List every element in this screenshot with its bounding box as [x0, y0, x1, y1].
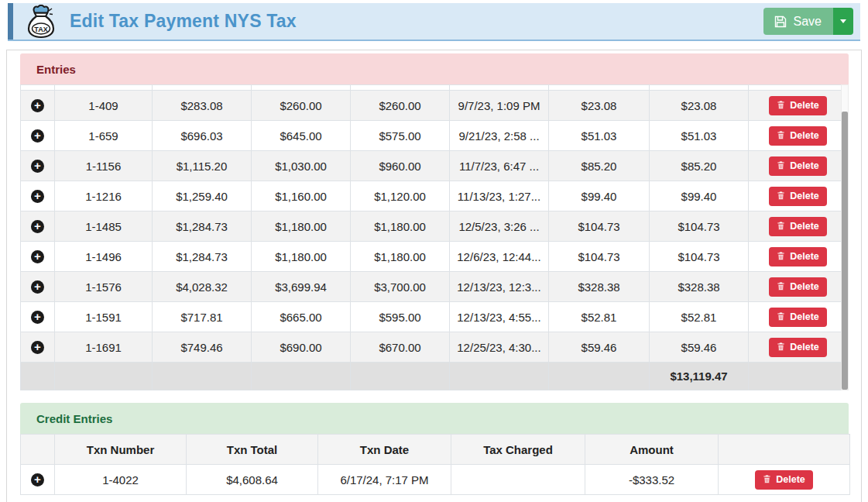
expand-row-button[interactable]: +: [31, 341, 44, 354]
expand-row-button[interactable]: +: [31, 160, 44, 173]
content-card: Entries +1-409$283.08$260.00$260.009/7/2…: [6, 50, 862, 502]
entries-cell-tax-1: $23.08: [549, 91, 650, 121]
delete-button[interactable]: Delete: [769, 126, 827, 146]
delete-cell: Delete: [749, 242, 848, 272]
entries-cell-amount-3: $1,120.00: [351, 181, 450, 211]
entries-cell-amount-1: $696.03: [153, 121, 252, 151]
expand-cell: +: [21, 181, 55, 211]
save-dropdown-toggle[interactable]: [833, 8, 853, 35]
entries-cell-tax-2: $99.40: [650, 181, 749, 211]
credit-cell-txn-date: 6/17/24, 7:17 PM: [318, 465, 451, 495]
entries-cell-txn-date: 12/5/23, 3:26 ...: [450, 211, 549, 242]
delete-cell: Delete: [749, 151, 848, 181]
expand-cell: +: [21, 332, 55, 363]
entries-row: +1-1216$1,259.40$1,160.00$1,120.0011/13/…: [21, 181, 848, 211]
delete-button[interactable]: Delete: [769, 277, 827, 297]
entries-cell-txn-date: 9/21/23, 2:58 ...: [450, 121, 549, 151]
delete-button[interactable]: Delete: [769, 338, 827, 357]
entries-scrollbar-thumb[interactable]: [842, 112, 848, 390]
trash-icon: [763, 474, 771, 484]
expand-row-button[interactable]: +: [31, 473, 44, 487]
entries-scrollbar-track[interactable]: [841, 84, 849, 390]
credit-cell-txn-total: $4,608.64: [187, 465, 318, 495]
entries-cell-txn-number: 1-1576: [55, 272, 153, 302]
expand-cell: +: [21, 211, 55, 242]
entries-cell-amount-2: $645.00: [252, 121, 351, 151]
expand-cell: +: [21, 91, 55, 121]
delete-button[interactable]: Delete: [769, 156, 827, 176]
entries-cell-tax-2: $52.81: [650, 302, 749, 332]
expand-cell: +: [21, 121, 55, 151]
expand-cell: +: [21, 242, 55, 272]
expand-row-button[interactable]: +: [31, 220, 44, 233]
expand-row-button[interactable]: +: [31, 99, 44, 112]
delete-button-label: Delete: [790, 160, 819, 171]
entries-table: +1-409$283.08$260.00$260.009/7/23, 1:09 …: [20, 84, 848, 390]
entries-row: +1-1496$1,284.73$1,180.00$1,180.0012/6/2…: [21, 242, 848, 272]
entries-row: +1-409$283.08$260.00$260.009/7/23, 1:09 …: [21, 91, 848, 121]
entries-cell-tax-2: $85.20: [650, 151, 749, 181]
page-title: Edit Tax Payment NYS Tax: [70, 11, 297, 32]
credit-col-tax-charged: Tax Charged: [451, 435, 585, 465]
expand-row-button[interactable]: +: [31, 311, 44, 324]
delete-button-label: Delete: [790, 251, 819, 262]
delete-button[interactable]: Delete: [769, 217, 827, 236]
save-button-group: Save: [763, 8, 853, 35]
credit-entries-table: Txn NumberTxn TotalTxn DateTax ChargedAm…: [20, 434, 850, 495]
expand-cell: +: [21, 272, 55, 302]
page-header: TAX Edit Tax Payment NYS Tax Save: [8, 3, 860, 41]
entries-row: +1-1156$1,115.20$1,030.00$960.0011/7/23,…: [21, 151, 848, 181]
entries-cell-tax-1: $85.20: [549, 151, 650, 181]
credit-col-actions: [719, 435, 850, 465]
entries-row: +1-1691$749.46$690.00$670.0012/25/23, 4:…: [21, 332, 848, 363]
entries-cell-amount-2: $1,180.00: [252, 242, 351, 272]
delete-button-label: Delete: [790, 281, 819, 292]
trash-icon: [777, 251, 785, 261]
delete-cell: Delete: [749, 91, 848, 121]
tax-money-bag-icon: TAX: [25, 5, 57, 39]
credit-col-expand: [21, 435, 55, 465]
entries-cell-amount-1: $717.81: [153, 302, 252, 332]
delete-button[interactable]: Delete: [769, 187, 827, 206]
save-button-label: Save: [794, 15, 822, 29]
expand-row-button[interactable]: +: [31, 250, 44, 263]
expand-row-button[interactable]: +: [31, 129, 44, 143]
delete-button[interactable]: Delete: [755, 470, 813, 490]
expand-cell: +: [21, 465, 55, 495]
entries-row: +1-1485$1,284.73$1,180.00$1,180.0012/5/2…: [21, 211, 848, 242]
trash-icon: [777, 100, 785, 110]
expand-row-button[interactable]: +: [31, 190, 44, 203]
entries-cell-amount-3: $575.00: [351, 121, 450, 151]
trash-icon: [777, 191, 785, 201]
entries-cell-tax-2: $59.46: [650, 332, 749, 363]
delete-cell: Delete: [749, 211, 848, 242]
delete-button[interactable]: Delete: [769, 247, 827, 266]
delete-button[interactable]: Delete: [769, 96, 827, 115]
credit-cell-tax-charged: [451, 465, 585, 495]
entries-cell-amount-3: $1,180.00: [351, 242, 450, 272]
entries-total: $13,119.47: [650, 363, 749, 390]
delete-cell: Delete: [749, 302, 848, 332]
entries-clipped-header-row: [21, 85, 848, 91]
expand-row-button[interactable]: +: [31, 280, 44, 294]
credit-col-txn-total: Txn Total: [187, 435, 318, 465]
entries-cell-amount-3: $1,180.00: [351, 211, 450, 242]
entries-cell-tax-2: $51.03: [650, 121, 749, 151]
entries-cell-txn-date: 12/13/23, 4:55...: [450, 302, 549, 332]
credit-section-header: Credit Entries: [20, 403, 849, 434]
entries-cell-txn-date: 11/13/23, 1:27...: [450, 181, 549, 211]
credit-col-amount: Amount: [585, 435, 719, 465]
entries-footer-row: $13,119.47: [21, 363, 848, 390]
entries-cell-txn-date: 9/7/23, 1:09 PM: [450, 91, 549, 121]
delete-button[interactable]: Delete: [769, 308, 827, 327]
entries-cell-txn-number: 1-1591: [55, 302, 153, 332]
entries-cell-txn-number: 1-659: [55, 121, 153, 151]
delete-cell: Delete: [749, 181, 848, 211]
delete-button-label: Delete: [776, 474, 805, 485]
entries-cell-tax-1: $328.38: [549, 272, 650, 302]
delete-button-label: Delete: [790, 221, 819, 232]
entries-cell-amount-1: $1,259.40: [153, 181, 252, 211]
entries-cell-txn-date: 11/7/23, 6:47 ...: [450, 151, 549, 181]
save-button[interactable]: Save: [763, 8, 833, 35]
entries-cell-txn-number: 1-1485: [55, 211, 153, 242]
